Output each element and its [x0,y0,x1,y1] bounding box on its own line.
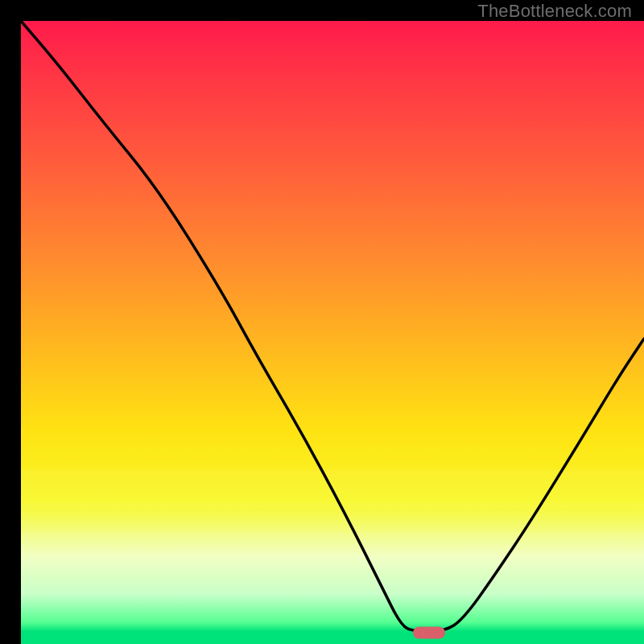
bottleneck-marker [413,627,445,639]
chart-frame [0,0,644,644]
chart-plot-area [21,21,644,644]
gradient-strip [21,469,644,506]
gradient-strip [21,532,644,569]
